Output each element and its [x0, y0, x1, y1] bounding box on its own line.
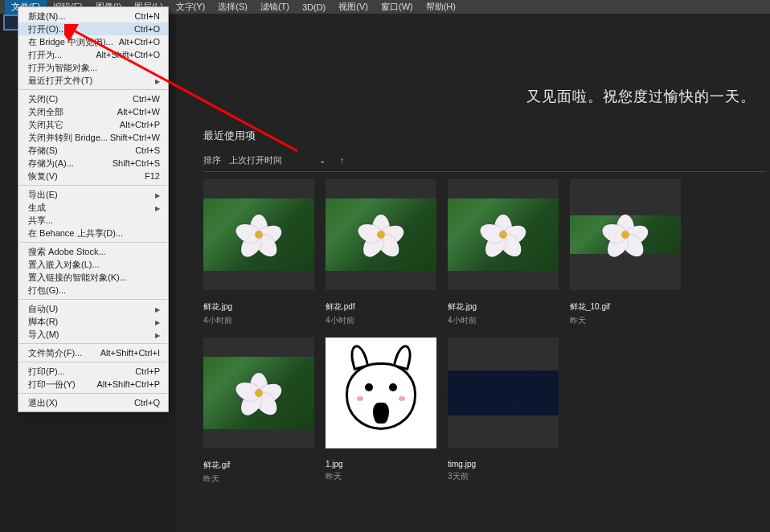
recent-file-card[interactable]: 鲜花.jpg4小时前	[203, 179, 314, 326]
menu-item[interactable]: 导出(E)	[18, 188, 168, 201]
menu-item-label: 在 Bridge 中浏览(B)...	[28, 36, 113, 48]
app-logo	[3, 14, 19, 31]
file-timestamp: 4小时前	[326, 315, 436, 326]
recent-file-card[interactable]: timg.jpg3天前	[448, 338, 559, 485]
menu-item-label: 退出(X)	[28, 397, 58, 409]
menu-item[interactable]: 新建(N)...Ctrl+N	[18, 10, 168, 23]
recent-file-card[interactable]: 1.jpg昨天	[326, 338, 436, 485]
file-thumbnail	[570, 179, 681, 290]
menu-item-label: 打印(P)...	[28, 366, 65, 378]
file-timestamp: 4小时前	[203, 315, 314, 326]
file-name: 鲜花.pdf	[326, 301, 436, 313]
menu-item[interactable]: 置入嵌入对象(L)...	[18, 258, 168, 271]
menu-item[interactable]: 视图(V)	[332, 0, 375, 14]
menu-item-label: 脚本(R)	[28, 316, 58, 328]
menu-item-label: 新建(N)...	[28, 10, 65, 23]
menu-item[interactable]: 关闭(C)Ctrl+W	[18, 92, 168, 105]
menu-item[interactable]: 打开(O)...Ctrl+O	[18, 23, 168, 35]
menu-item[interactable]: 滤镜(T)	[254, 0, 296, 14]
menu-item-shortcut: Alt+Shift+Ctrl+I	[100, 348, 160, 358]
menu-item-label: 关闭其它	[28, 119, 63, 131]
file-thumbnail	[326, 179, 436, 290]
menu-item-label: 关闭(C)	[28, 93, 58, 105]
menu-item-shortcut: Ctrl+W	[133, 94, 160, 104]
menu-item[interactable]: 存储为(A)...Shift+Ctrl+S	[18, 157, 168, 170]
recents-title: 最近使用项	[203, 129, 726, 143]
menu-item[interactable]: 搜索 Adobe Stock...	[18, 245, 168, 258]
recent-files-grid: 鲜花.jpg4小时前鲜花.pdf4小时前鲜花.jpg4小时前鲜花_10.gif昨…	[203, 179, 770, 485]
sort-value[interactable]: 上次打开时间	[229, 154, 282, 166]
file-name: 鲜花_10.gif	[570, 301, 681, 313]
menu-item-label: 导入(M)	[28, 329, 59, 341]
menu-item[interactable]: 帮助(H)	[420, 0, 462, 14]
submenu-arrow-icon	[155, 304, 160, 313]
menu-item[interactable]: 置入链接的智能对象(K)...	[18, 271, 168, 284]
menu-item-label: 打开(O)...	[28, 23, 66, 35]
menu-item[interactable]: 生成	[18, 201, 168, 214]
file-timestamp: 4小时前	[448, 315, 559, 326]
menu-item-label: 在 Behance 上共享(D)...	[28, 227, 123, 239]
file-thumbnail	[448, 179, 559, 290]
submenu-arrow-icon	[155, 203, 160, 212]
menu-item[interactable]: 关闭全部Alt+Ctrl+W	[18, 105, 168, 118]
menu-item[interactable]: 自动(U)	[18, 302, 168, 315]
menu-separator	[19, 242, 167, 243]
menu-item[interactable]: 导入(M)	[18, 328, 168, 341]
menu-item[interactable]: 打开为智能对象...	[18, 61, 168, 74]
menu-item[interactable]: 文件简介(F)...Alt+Shift+Ctrl+I	[18, 346, 168, 359]
menu-item-shortcut: Alt+Shift+Ctrl+P	[96, 379, 160, 389]
menu-item-shortcut: Ctrl+N	[135, 11, 160, 21]
menu-item[interactable]: 恢复(V)F12	[18, 170, 168, 182]
file-timestamp: 昨天	[570, 315, 681, 326]
menu-item-label: 打开为智能对象...	[28, 62, 97, 74]
file-name: 鲜花.jpg	[203, 301, 314, 313]
menu-item-label: 打印一份(Y)	[28, 379, 76, 391]
menu-separator	[19, 393, 167, 394]
menu-item[interactable]: 存储(S)Ctrl+S	[18, 144, 168, 157]
menu-item[interactable]: 选择(S)	[211, 0, 254, 14]
menu-item-label: 存储为(A)...	[28, 158, 74, 170]
menu-item-label: 关闭并转到 Bridge...	[28, 132, 108, 144]
menu-item-shortcut: Alt+Ctrl+W	[117, 107, 160, 117]
menu-item[interactable]: 共享...	[18, 214, 168, 227]
recent-file-card[interactable]: 鲜花.jpg4小时前	[448, 179, 559, 326]
file-name: 1.jpg	[326, 460, 436, 469]
menu-separator	[19, 343, 167, 344]
menu-item[interactable]: 打开为...Alt+Shift+Ctrl+O	[18, 48, 168, 61]
menu-item-label: 置入嵌入对象(L)...	[28, 259, 100, 271]
menu-item-label: 最近打开文件(T)	[28, 75, 92, 87]
menu-item[interactable]: 退出(X)Ctrl+Q	[18, 396, 168, 409]
menu-item-shortcut: Ctrl+P	[135, 366, 160, 376]
menu-item[interactable]: 窗口(W)	[375, 0, 420, 14]
file-name: timg.jpg	[448, 460, 559, 469]
submenu-arrow-icon	[155, 76, 160, 85]
menu-item[interactable]: 打包(G)...	[18, 284, 168, 297]
menu-separator	[19, 299, 167, 300]
menu-item[interactable]: 3D(D)	[296, 1, 332, 14]
menu-item[interactable]: 在 Bridge 中浏览(B)...Alt+Ctrl+O	[18, 35, 168, 48]
menu-item-label: 恢复(V)	[28, 170, 58, 182]
menu-separator	[19, 185, 167, 186]
menu-item-shortcut: Alt+Ctrl+O	[119, 37, 160, 47]
sort-direction-icon[interactable]: ↑	[340, 156, 344, 165]
menu-item-shortcut: Ctrl+S	[135, 145, 160, 155]
file-timestamp: 昨天	[326, 471, 436, 482]
menu-item-label: 共享...	[28, 215, 53, 227]
menu-item-shortcut: Shift+Ctrl+S	[113, 158, 160, 168]
menu-separator	[19, 362, 167, 362]
menu-item[interactable]: 关闭其它Alt+Ctrl+P	[18, 118, 168, 131]
menu-item[interactable]: 关闭并转到 Bridge...Shift+Ctrl+W	[18, 131, 168, 144]
menu-item[interactable]: 在 Behance 上共享(D)...	[18, 227, 168, 239]
menu-item[interactable]: 脚本(R)	[18, 315, 168, 328]
recent-file-card[interactable]: 鲜花_10.gif昨天	[570, 179, 681, 326]
menu-item[interactable]: 打印一份(Y)Alt+Shift+Ctrl+P	[18, 378, 168, 391]
menu-item[interactable]: 最近打开文件(T)	[18, 74, 168, 87]
chevron-down-icon[interactable]: ⌄	[319, 156, 326, 165]
menu-item-label: 打包(G)...	[28, 284, 66, 297]
recent-file-card[interactable]: 鲜花.gif昨天	[203, 338, 314, 485]
file-name: 鲜花.gif	[203, 460, 314, 471]
recent-file-card[interactable]: 鲜花.pdf4小时前	[326, 179, 436, 326]
menu-item[interactable]: 文字(Y)	[170, 0, 212, 14]
menu-item-shortcut: Alt+Shift+Ctrl+O	[96, 50, 160, 59]
menu-item[interactable]: 打印(P)...Ctrl+P	[18, 365, 168, 378]
